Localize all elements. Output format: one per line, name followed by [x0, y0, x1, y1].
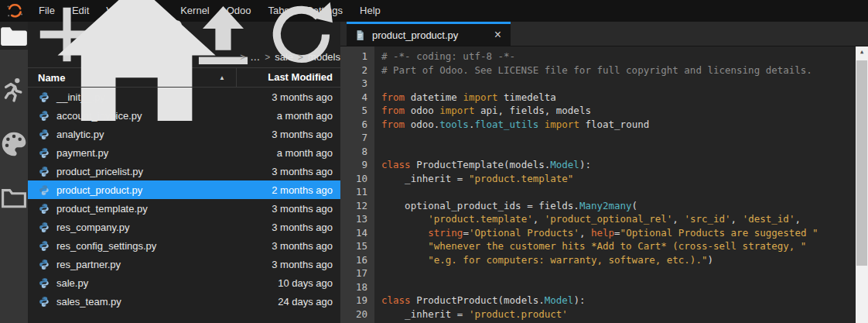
code-token: 'product.template'	[428, 213, 532, 225]
python-icon	[39, 277, 50, 289]
code-token: _inherit =	[381, 173, 469, 184]
code-token: from	[381, 91, 405, 103]
code-token: odoo.	[405, 119, 439, 130]
name-column-header[interactable]: Name ▲	[28, 68, 236, 87]
modified-column-header[interactable]: Last Modified	[236, 68, 340, 87]
file-modified: 3 months ago	[272, 166, 340, 177]
file-name: product_pricelist.py	[56, 166, 143, 177]
code-token: 'product.product'	[469, 308, 568, 320]
code-line	[381, 280, 853, 294]
file-row[interactable]: product_pricelist.py3 months ago	[28, 162, 340, 180]
file-modified: 3 months ago	[272, 259, 340, 270]
line-number-gutter: 1234567891011121314151617181920	[340, 46, 374, 323]
sidebar-tab-running-sessions[interactable]	[0, 76, 28, 104]
code-editor[interactable]: 1234567891011121314151617181920 # -*- co…	[340, 46, 868, 323]
file-row[interactable]: res_config_settings.py3 months ago	[28, 236, 340, 255]
code-token: tools	[439, 119, 469, 130]
python-icon	[39, 147, 50, 159]
palette-icon	[0, 130, 28, 158]
file-row[interactable]: product_template.py3 months ago	[28, 199, 340, 218]
file-row[interactable]: account_invoice.pya month ago	[28, 106, 340, 125]
running-man-icon	[0, 76, 28, 104]
code-token: (	[632, 200, 638, 211]
file-row[interactable]: sale.py10 days ago	[28, 273, 340, 292]
line-number: 7	[340, 131, 367, 145]
scroll-up-arrow-icon[interactable]: ▲	[856, 46, 868, 59]
file-row[interactable]: payment.pya month ago	[28, 143, 340, 162]
file-modified: 2 months ago	[272, 184, 340, 196]
file-modified: 24 days ago	[278, 296, 340, 308]
code-token: float_round	[579, 119, 649, 130]
close-tab-icon[interactable]: ×	[493, 29, 503, 41]
code-token: =	[614, 227, 620, 239]
file-modified: a month ago	[277, 147, 340, 159]
python-icon	[39, 222, 50, 233]
code-token	[381, 227, 428, 239]
line-number: 15	[340, 239, 367, 253]
file-row[interactable]: res_company.py3 months ago	[28, 218, 340, 236]
line-number: 12	[340, 199, 367, 213]
file-row[interactable]: product_product.py2 months ago	[28, 180, 340, 199]
file-name: payment.py	[56, 147, 108, 159]
breadcrumb-separator: >	[240, 52, 245, 63]
code-line: class ProductTemplate(models.Model):	[381, 158, 853, 172]
file-modified: 3 months ago	[272, 203, 340, 215]
file-name: res_config_settings.py	[56, 240, 156, 252]
file-name: sale.py	[56, 277, 88, 289]
line-number: 11	[340, 185, 367, 199]
code-token: =	[463, 227, 469, 239]
code-line: "whenever the customer hits *Add to Cart…	[381, 239, 853, 253]
editor-tab-product-product[interactable]: product_product.py ×	[347, 22, 511, 46]
code-token: from	[381, 119, 405, 130]
code-line: _inherit = 'product.product'	[381, 308, 853, 321]
python-icon	[39, 259, 50, 270]
breadcrumb: >…>sale>models	[28, 46, 340, 68]
code-line	[381, 77, 853, 91]
line-number: 5	[340, 104, 367, 118]
menu-help[interactable]: Help	[351, 0, 389, 22]
code-token: 'dest_id'	[743, 213, 795, 225]
line-number: 1	[340, 50, 367, 64]
code-token	[381, 240, 428, 252]
code-token: )	[707, 254, 713, 266]
sidebar-tab-file-browser[interactable]	[0, 22, 28, 50]
sidebar-tab-command-palette[interactable]	[0, 130, 28, 158]
code-line: # Part of Odoo. See LICENSE file for ful…	[381, 64, 853, 77]
file-name: product_product.py	[56, 184, 142, 196]
scrollbar-thumb[interactable]	[856, 60, 867, 266]
editor-tab-bar: product_product.py ×	[340, 22, 868, 46]
file-modified: 3 months ago	[272, 91, 340, 103]
file-row[interactable]: sales_team.py24 days ago	[28, 292, 340, 311]
code-line	[381, 185, 853, 199]
file-row[interactable]: res_partner.py3 months ago	[28, 255, 340, 273]
code-content: # -*- coding: utf-8 -*-# Part of Odoo. S…	[374, 46, 868, 323]
line-number: 2	[340, 64, 367, 77]
breadcrumb-segment[interactable]: models	[308, 51, 340, 63]
code-token: ProductTemplate(models.	[411, 159, 551, 170]
file-row[interactable]: analytic.py3 months ago	[28, 125, 340, 143]
breadcrumb-segment[interactable]: sale	[275, 51, 293, 63]
breadcrumb-separator: >	[298, 52, 303, 63]
file-browser-panel: >…>sale>models Name ▲ Last Modified __in…	[28, 22, 340, 323]
file-modified: 3 months ago	[272, 240, 340, 252]
code-line: # -*- coding: utf-8 -*-	[381, 50, 853, 64]
code-line: from odoo import api, fields, models	[381, 104, 853, 118]
sidebar-tab-open-tabs[interactable]	[0, 184, 28, 212]
code-token: "product.template"	[469, 173, 573, 184]
code-line: optional_product_ids = fields.Many2many(	[381, 199, 853, 213]
refresh-button[interactable]	[262, 22, 340, 46]
code-token: "e.g. for computers: warranty, software,…	[428, 254, 707, 266]
editor-scrollbar[interactable]: ▲	[856, 46, 868, 323]
code-token: import	[463, 91, 497, 103]
line-number: 10	[340, 172, 367, 186]
folder-icon	[0, 22, 28, 50]
code-token: Model	[550, 159, 579, 170]
breadcrumb-segment[interactable]: …	[250, 51, 260, 63]
code-token: "whenever the customer hits *Add to Cart…	[428, 240, 806, 252]
code-line: from odoo.tools.float_utils import float…	[381, 118, 853, 132]
file-row[interactable]: __init__.py3 months ago	[28, 88, 340, 106]
code-token: 'Optional Products'	[469, 227, 579, 239]
code-line: class ProductProduct(models.Model):	[381, 294, 853, 308]
code-line: string='Optional Products', help="Option…	[381, 226, 853, 240]
python-icon	[39, 240, 50, 252]
